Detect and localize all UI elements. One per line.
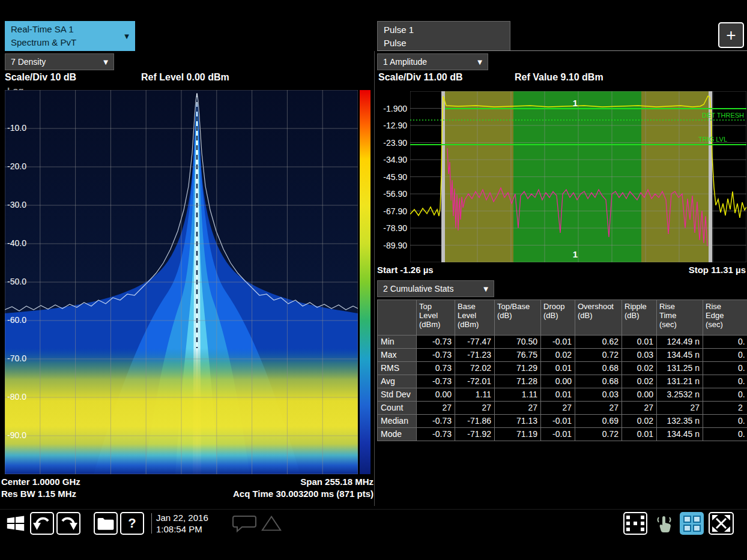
- chevron-down-icon: ▼: [103, 59, 108, 65]
- scale-div-left[interactable]: Scale/Div 10 dB: [5, 72, 76, 83]
- stats-cell: 0.03: [575, 388, 622, 402]
- stats-row: Avg-0.73-72.0171.280.000.680.02131.21 n0…: [378, 375, 747, 388]
- stats-cell: -72.01: [455, 375, 495, 388]
- stats-cell: 0.68: [575, 362, 622, 375]
- spectrum-density-plot[interactable]: [5, 90, 358, 474]
- folder-button[interactable]: [94, 512, 118, 535]
- stats-cell: 0.01: [622, 336, 657, 349]
- stats-cell: 0.01: [541, 388, 575, 402]
- stats-cell: 27: [622, 402, 657, 415]
- stats-cell: 27: [455, 402, 495, 415]
- taskbar: ? Jan 22, 2016 1:08:54 PM: [0, 509, 747, 537]
- stats-row: Count272727272727272: [378, 402, 747, 415]
- trace-selector-density[interactable]: 7 Density ▼: [5, 53, 114, 70]
- stats-cell: 134.45 n: [657, 428, 703, 441]
- stats-cell: 27: [495, 402, 541, 415]
- res-bw[interactable]: Res BW 1.15 MHz: [1, 489, 76, 499]
- stats-row-label: Mode: [378, 428, 417, 441]
- stats-cell: 0.: [703, 362, 747, 375]
- gate-bar-left[interactable]: [441, 91, 445, 262]
- stats-selector-label: 2 Cumulative Stats: [383, 284, 454, 294]
- stats-column-header: Base Level (dBm): [455, 300, 495, 336]
- undo-button[interactable]: [30, 512, 54, 535]
- add-window-button[interactable]: +: [718, 22, 744, 48]
- tab-pulse-line1: Pulse 1: [384, 23, 414, 37]
- stats-column-header: Droop (dB): [541, 300, 575, 336]
- stats-cell: 0.00: [622, 388, 657, 402]
- tab-pulse[interactable]: Pulse 1 Pulse: [377, 21, 510, 51]
- scale-div-right[interactable]: Scale/Div 11.00 dB: [378, 72, 463, 83]
- stats-cell: 1.11: [495, 388, 541, 402]
- stats-cell: 0.02: [622, 375, 657, 388]
- stats-row: Max-0.73-71.2376.750.020.720.03134.45 n0…: [378, 349, 747, 362]
- redo-button[interactable]: [56, 512, 80, 535]
- touch-hand-icon: [653, 513, 675, 534]
- y-axis-label: -56.90: [383, 189, 407, 199]
- annotation-triangle-button[interactable]: [259, 512, 283, 535]
- pulse-amplitude-plot[interactable]: DET THRESH TRIG LVL 1 1: [410, 91, 746, 262]
- stats-column-header: Overshoot (dB): [575, 300, 622, 336]
- marker-grid-icon: [626, 516, 644, 531]
- fullscreen-button[interactable]: [709, 512, 734, 535]
- redo-icon: [58, 513, 79, 534]
- acq-time[interactable]: Acq Time 30.003200 ms (871 pts): [144, 489, 374, 499]
- tab-realtime-sa[interactable]: Real-Time SA 1 Spectrum & PvT ▼: [5, 21, 135, 51]
- stats-row: RMS0.7372.0271.290.010.680.02131.25 n0.: [378, 362, 747, 375]
- stats-cell: -71.23: [455, 349, 495, 362]
- stats-cell: 0.: [703, 415, 747, 428]
- stats-row-label: Count: [378, 402, 417, 415]
- stats-column-header: Ripple (dB): [622, 300, 657, 336]
- touch-toggle-button[interactable]: [652, 512, 676, 535]
- time-label: 1:08:54 PM: [156, 523, 208, 535]
- marker-grid-button[interactable]: [623, 512, 647, 535]
- stats-cell: 0.69: [575, 415, 622, 428]
- stats-cell: -77.47: [455, 336, 495, 349]
- stats-cell: 0.62: [575, 336, 622, 349]
- date-label: Jan 22, 2016: [156, 512, 208, 523]
- stats-cell: 0.01: [541, 362, 575, 375]
- stats-column-header: Top/Base (dB): [495, 300, 541, 336]
- stats-cell: 27: [417, 402, 455, 415]
- y-axis-label: -45.90: [383, 172, 407, 182]
- stats-cell: 27: [575, 402, 622, 415]
- layout-pane: [693, 516, 701, 523]
- pulse-y-axis-labels: -1.900-12.90-23.90-34.90-45.90-56.90-67.…: [376, 91, 407, 262]
- stats-cell: 124.49 n: [657, 336, 703, 349]
- stats-cell: 0.03: [622, 349, 657, 362]
- stats-table: Top Level (dBm)Base Level (dBm)Top/Base …: [377, 300, 747, 441]
- start-time[interactable]: Start -1.26 µs: [377, 265, 434, 275]
- marker-1-top[interactable]: 1: [573, 98, 578, 108]
- window-layout-button[interactable]: [680, 512, 704, 535]
- stats-cell: 0.: [703, 375, 747, 388]
- stop-time[interactable]: Stop 11.31 µs: [600, 265, 746, 275]
- y-axis-label: -67.90: [383, 206, 407, 216]
- span[interactable]: Span 255.18 MHz: [180, 477, 374, 487]
- stats-cell: 72.02: [455, 362, 495, 375]
- stats-cell: 76.75: [495, 349, 541, 362]
- stats-row-label: RMS: [378, 362, 417, 375]
- ref-level[interactable]: Ref Level 0.00 dBm: [141, 72, 229, 83]
- help-button[interactable]: ?: [120, 512, 144, 535]
- marker-1-bottom[interactable]: 1: [573, 249, 578, 259]
- y-axis-label: -34.90: [383, 155, 407, 164]
- stats-cell: 0.: [703, 336, 747, 349]
- center-frequency[interactable]: Center 1.0000 GHz: [1, 477, 80, 487]
- stats-selector[interactable]: 2 Cumulative Stats ▼: [377, 280, 494, 297]
- stats-column-header: Rise Time (sec): [657, 300, 703, 336]
- stats-cell: 0.68: [575, 375, 622, 388]
- stats-row-label: Avg: [378, 375, 417, 388]
- stats-cell: -0.73: [417, 336, 455, 349]
- annotation-bubble-button[interactable]: [231, 512, 258, 535]
- stats-cell: 131.21 n: [657, 375, 703, 388]
- stats-row-label: Min: [378, 336, 417, 349]
- windows-logo-icon[interactable]: [4, 512, 28, 535]
- trig-lvl-label: TRIG LVL: [698, 136, 727, 143]
- y-axis-label: -23.90: [383, 138, 407, 148]
- stats-cell: 70.50: [495, 336, 541, 349]
- density-colorbar: [360, 90, 370, 474]
- trace-selector-amplitude[interactable]: 1 Amplitude ▼: [377, 53, 488, 70]
- stats-cell: -0.01: [541, 336, 575, 349]
- ref-value[interactable]: Ref Value 9.10 dBm: [515, 72, 603, 83]
- speech-bubble-icon: [231, 513, 258, 534]
- taskbar-divider: [151, 513, 152, 534]
